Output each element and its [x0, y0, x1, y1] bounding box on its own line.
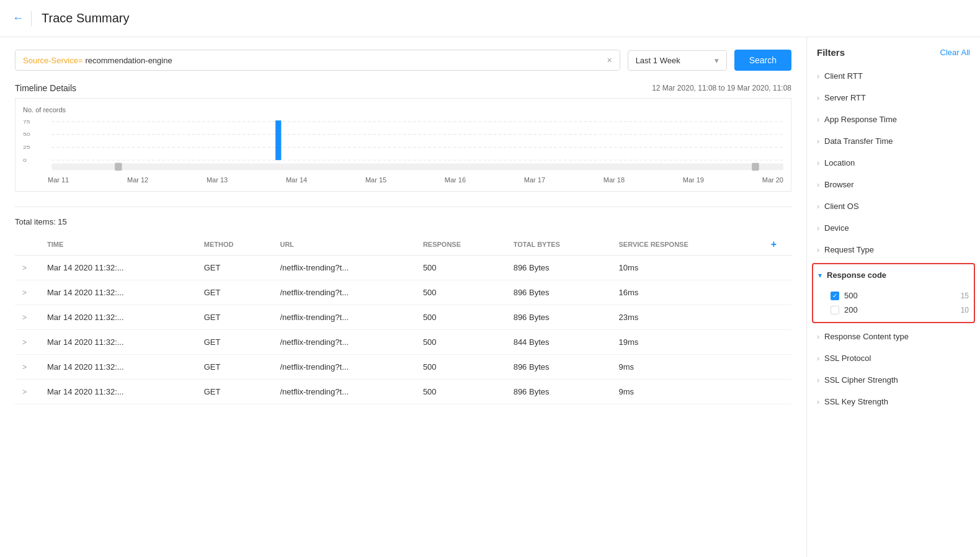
- cell-time: Mar 14 2020 11:32:...: [40, 330, 197, 355]
- filter-item-location[interactable]: › Location: [807, 152, 980, 174]
- row-expand-icon[interactable]: >: [22, 264, 27, 272]
- filter-item-ssl-key-strength[interactable]: › SSL Key Strength: [807, 391, 980, 412]
- ssl-cipher-strength-label: SSL Cipher Strength: [824, 375, 898, 385]
- filter-item-browser[interactable]: › Browser: [807, 174, 980, 195]
- cell-bytes: 896 Bytes: [506, 305, 612, 330]
- x-label-mar17: Mar 17: [524, 176, 545, 184]
- search-clear-icon[interactable]: ×: [607, 55, 612, 65]
- expand-cell[interactable]: >: [15, 380, 40, 404]
- browser-chevron-icon: ›: [817, 180, 819, 189]
- cell-bytes: 844 Bytes: [506, 330, 612, 355]
- cell-extra: [756, 380, 791, 404]
- response-code-option-500: ✓ 500 15: [831, 288, 969, 303]
- cell-response: 500: [416, 305, 506, 330]
- cell-service-response: 23ms: [612, 305, 756, 330]
- cell-response: 500: [416, 355, 506, 380]
- col-time: TIME: [40, 234, 197, 256]
- table-row: > Mar 14 2020 11:32:... GET /netflix-tre…: [15, 305, 791, 330]
- filter-item-ssl-cipher-strength[interactable]: › SSL Cipher Strength: [807, 369, 980, 391]
- svg-text:25: 25: [23, 145, 30, 150]
- filter-item-ssl-protocol[interactable]: › SSL Protocol: [807, 347, 980, 369]
- expand-cell[interactable]: >: [15, 355, 40, 380]
- clear-all-button[interactable]: Clear All: [940, 48, 970, 57]
- table-row: > Mar 14 2020 11:32:... GET /netflix-tre…: [15, 256, 791, 280]
- cell-service-response: 16ms: [612, 280, 756, 305]
- response-content-type-chevron-icon: ›: [817, 332, 819, 341]
- svg-rect-11: [752, 163, 759, 171]
- cell-time: Mar 14 2020 11:32:...: [40, 256, 197, 280]
- table-row: > Mar 14 2020 11:32:... GET /netflix-tre…: [15, 380, 791, 404]
- device-label: Device: [824, 223, 849, 233]
- response-code-option-200: 200 10: [831, 303, 969, 317]
- option-left: ✓ 500: [831, 291, 858, 300]
- row-expand-icon[interactable]: >: [22, 388, 27, 396]
- header: ← Trace Summary: [0, 0, 980, 37]
- x-label-mar20: Mar 20: [762, 176, 783, 184]
- expand-cell[interactable]: >: [15, 256, 40, 280]
- filter-item-data-transfer-time[interactable]: › Data Transfer Time: [807, 130, 980, 152]
- x-label-mar15: Mar 15: [365, 176, 386, 184]
- cell-url: /netflix-trending?t...: [272, 280, 415, 305]
- filter-response-code-header[interactable]: ▾ Response code: [813, 264, 974, 286]
- col-service-response: SERVICE RESPONSE: [612, 234, 756, 256]
- x-label-mar18: Mar 18: [604, 176, 625, 184]
- cell-extra: [756, 305, 791, 330]
- expand-cell[interactable]: >: [15, 280, 40, 305]
- filter-item-request-type[interactable]: › Request Type: [807, 239, 980, 261]
- filter-item-server-rtt[interactable]: › Server RTT: [807, 87, 980, 109]
- checkbox-500[interactable]: ✓: [831, 292, 839, 300]
- response-code-chevron-icon: ▾: [818, 271, 822, 280]
- checkbox-200[interactable]: [831, 306, 839, 314]
- row-expand-icon[interactable]: >: [22, 363, 27, 372]
- x-label-mar13: Mar 13: [207, 176, 228, 184]
- cell-bytes: 896 Bytes: [506, 355, 612, 380]
- y-axis-label: No. of records: [23, 106, 783, 114]
- sidebar-header: Filters Clear All: [807, 47, 980, 65]
- table-row: > Mar 14 2020 11:32:... GET /netflix-tre…: [15, 355, 791, 380]
- add-column-button[interactable]: +: [756, 234, 791, 256]
- cell-bytes: 896 Bytes: [506, 280, 612, 305]
- filter-item-response-content-type[interactable]: › Response Content type: [807, 326, 980, 347]
- filter-item-device[interactable]: › Device: [807, 217, 980, 239]
- cell-bytes: 896 Bytes: [506, 256, 612, 280]
- timeline-header: Timeline Details 12 Mar 2020, 11:08 to 1…: [15, 83, 791, 93]
- filter-response-code: ▾ Response code ✓ 500 15 200 10: [812, 263, 975, 323]
- search-tag-operator: =: [78, 56, 83, 65]
- filter-item-app-response-time[interactable]: › App Response Time: [807, 109, 980, 130]
- search-button[interactable]: Search: [734, 50, 791, 71]
- ssl-protocol-chevron-icon: ›: [817, 354, 819, 363]
- server-rtt-label: Server RTT: [824, 93, 866, 102]
- ssl-key-strength-chevron-icon: ›: [817, 398, 819, 406]
- expand-cell[interactable]: >: [15, 330, 40, 355]
- cell-service-response: 9ms: [612, 380, 756, 404]
- chart-area: No. of records 75 50 25 0: [15, 98, 791, 192]
- svg-rect-10: [115, 163, 122, 171]
- x-label-mar19: Mar 19: [683, 176, 704, 184]
- search-input-wrap[interactable]: Source-Service = recommendation-engine ×: [15, 50, 620, 71]
- option-left: 200: [831, 305, 858, 314]
- cell-method: GET: [197, 256, 273, 280]
- filter-item-client-rtt[interactable]: › Client RTT: [807, 65, 980, 87]
- date-range-select[interactable]: Last 1 Week ▾: [628, 50, 727, 71]
- timeline-section: Timeline Details 12 Mar 2020, 11:08 to 1…: [15, 83, 791, 192]
- request-type-chevron-icon: ›: [817, 246, 819, 254]
- row-expand-icon[interactable]: >: [22, 338, 27, 347]
- svg-rect-8: [275, 120, 281, 160]
- back-button[interactable]: ←: [12, 12, 24, 25]
- search-tag-value: recommendation-engine: [85, 56, 607, 65]
- x-axis: Mar 11 Mar 12 Mar 13 Mar 14 Mar 15 Mar 1…: [23, 176, 783, 184]
- cell-time: Mar 14 2020 11:32:...: [40, 305, 197, 330]
- table-section: Total items: 15 TIME METHOD URL RESPONSE…: [15, 217, 791, 404]
- svg-text:75: 75: [23, 119, 30, 125]
- cell-bytes: 896 Bytes: [506, 380, 612, 404]
- row-expand-icon[interactable]: >: [22, 288, 27, 297]
- cell-extra: [756, 256, 791, 280]
- cell-extra: [756, 280, 791, 305]
- filter-item-client-os[interactable]: › Client OS: [807, 195, 980, 217]
- location-chevron-icon: ›: [817, 159, 819, 167]
- row-expand-icon[interactable]: >: [22, 313, 27, 322]
- col-response: RESPONSE: [416, 234, 506, 256]
- x-label-mar12: Mar 12: [127, 176, 148, 184]
- expand-cell[interactable]: >: [15, 305, 40, 330]
- traces-table: TIME METHOD URL RESPONSE TOTAL BYTES SER…: [15, 234, 791, 404]
